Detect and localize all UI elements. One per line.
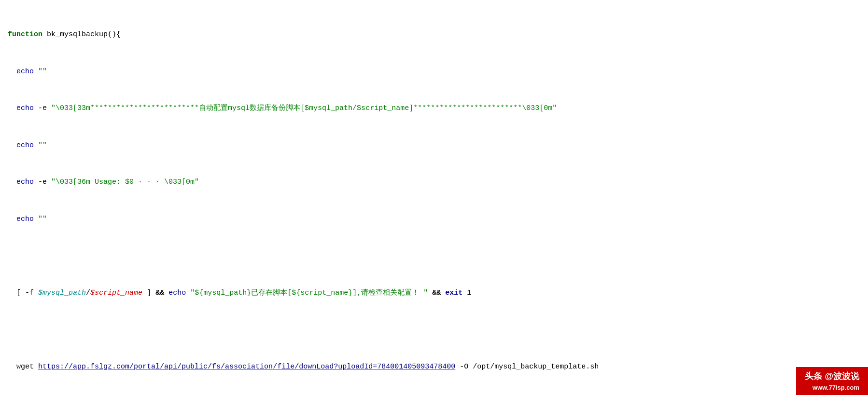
line-1: function bk_mysqlbackup(){ [4, 28, 864, 41]
bracket-test: [ -f [16, 289, 34, 297]
watermark-site: www.77isp.com [805, 383, 859, 393]
code-block: function bk_mysqlbackup(){ echo "" echo … [0, 2, 868, 395]
watermark: 头条 @波波说 www.77isp.com [796, 367, 868, 395]
line-6: echo "" [4, 213, 864, 226]
line-2: echo "" [4, 66, 864, 78]
keyword-wget: wget [16, 363, 34, 371]
line-8: [ -f $mysql_path/$script_name ] && echo … [4, 287, 864, 300]
line-10: wget https://app.fslgz.com/portal/api/pu… [4, 361, 864, 373]
keyword-echo: echo [16, 104, 34, 112]
var-script-name: $script_name [90, 289, 142, 297]
keyword-exit: exit [445, 289, 462, 297]
keyword-echo: echo [16, 215, 34, 223]
download-url: https://app.fslgz.com/portal/api/public/… [38, 363, 455, 371]
op-and: && [155, 289, 164, 297]
watermark-brand: 头条 @波波说 [805, 371, 859, 381]
line-9 [4, 324, 864, 336]
string-empty: "" [38, 68, 47, 76]
var-mysql-path: $mysql_path [38, 289, 86, 297]
string-exists: "${mysql_path}已存在脚本[${script_name}],请检查相… [190, 289, 428, 297]
keyword-function: function [8, 30, 42, 39]
line-4: echo "" [4, 139, 864, 152]
string-empty2: "" [38, 141, 47, 150]
keyword-echo: echo [16, 178, 34, 186]
line-5: echo -e "\033[36m Usage: $0 · · · \033[0… [4, 176, 864, 189]
line-7 [4, 250, 864, 262]
string-banner: "\033[33m*************************自动配置my… [51, 104, 557, 112]
line-3: echo -e "\033[33m***********************… [4, 102, 864, 115]
keyword-echo: echo [16, 141, 34, 150]
string-empty3: "" [38, 215, 47, 223]
keyword-echo2: echo [168, 289, 186, 297]
op-and2: && [432, 289, 441, 297]
string-usage: "\033[36m Usage: $0 · · · \033[0m" [51, 178, 199, 186]
bracket-close: ] [147, 289, 151, 297]
keyword-echo: echo [16, 68, 34, 76]
